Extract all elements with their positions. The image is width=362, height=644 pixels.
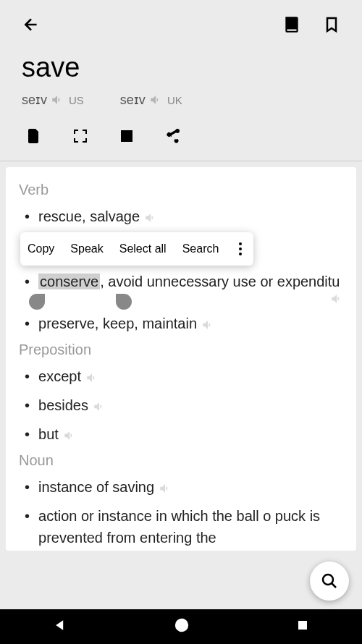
share-icon[interactable] [164, 127, 182, 148]
selection-handle-right[interactable] [116, 294, 132, 310]
speaker-icon[interactable] [201, 318, 214, 331]
speaker-icon[interactable] [93, 400, 106, 413]
back-button[interactable] [22, 15, 41, 37]
selection-handle-left[interactable] [29, 294, 45, 310]
speaker-icon[interactable] [85, 371, 98, 384]
system-nav-bar [0, 609, 362, 644]
pos-noun: Noun [19, 452, 343, 469]
svg-point-2 [177, 622, 185, 630]
speaker-icon[interactable] [63, 429, 76, 442]
speaker-icon[interactable] [330, 292, 343, 305]
note-icon[interactable] [118, 127, 135, 148]
definition-item: • rescue, salvage [19, 206, 343, 227]
definition-item: • conserve, avoid unnecessary use or exp… [19, 271, 343, 305]
definition-item: • preserve, keep, maintain [19, 313, 343, 334]
definition-item: • except [19, 365, 343, 387]
selected-text[interactable]: conserve [38, 274, 100, 289]
pronunciation-uk[interactable]: seɪv UK [120, 92, 182, 108]
definition-item: • action or instance in which the ball o… [19, 505, 343, 548]
nav-back[interactable] [53, 618, 67, 635]
speak-action[interactable]: Speak [70, 242, 103, 255]
definition-item: • but [19, 423, 343, 445]
definition-item: • instance of saving [19, 476, 343, 498]
svg-rect-3 [298, 621, 307, 630]
document-icon[interactable] [25, 127, 43, 148]
select-all-action[interactable]: Select all [119, 242, 167, 255]
pos-verb: Verb [19, 182, 343, 198]
copy-action[interactable]: Copy [28, 242, 54, 255]
speaker-icon [51, 93, 64, 106]
book-icon[interactable] [282, 15, 301, 37]
svg-point-0 [323, 575, 333, 585]
speaker-icon [149, 93, 162, 106]
more-icon[interactable] [235, 242, 246, 255]
speaker-icon[interactable] [144, 211, 157, 224]
pronunciation-us[interactable]: seɪv US [22, 92, 84, 108]
nav-home[interactable] [174, 617, 190, 636]
definition-item: • besides [19, 394, 343, 416]
pos-preposition: Preposition [19, 342, 343, 358]
word-title: save [0, 45, 362, 92]
search-fab[interactable] [310, 562, 349, 601]
bookmark-icon[interactable] [323, 14, 340, 38]
speaker-icon[interactable] [159, 482, 172, 495]
nav-recent[interactable] [296, 619, 309, 635]
search-action[interactable]: Search [182, 242, 219, 255]
fullscreen-icon[interactable] [72, 127, 89, 148]
context-menu: Copy Speak Select all Search [20, 232, 253, 266]
